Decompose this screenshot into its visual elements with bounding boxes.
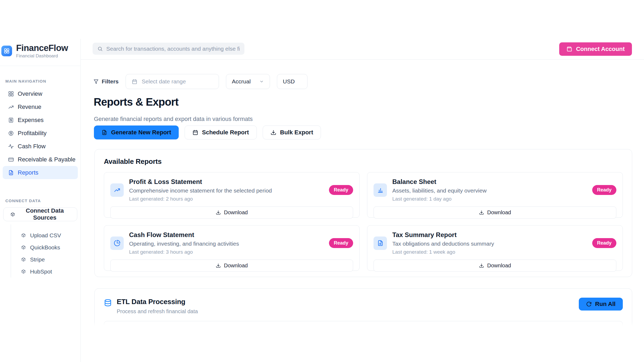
download-button[interactable]: Download	[374, 206, 616, 219]
etl-title: ETL Data Processing	[117, 298, 198, 306]
run-all-label: Run All	[595, 301, 616, 308]
report-description: Operating, investing, and financing acti…	[129, 241, 324, 247]
global-search[interactable]	[93, 43, 244, 55]
report-card-profit-loss: Profit & Loss Statement Comprehensive in…	[104, 172, 360, 218]
credit-card-icon	[8, 157, 14, 162]
report-card-tax-summary: Tax Summary Report Tax obligations and d…	[367, 225, 623, 271]
available-reports-title: Available Reports	[95, 149, 632, 172]
sidebar-item-label: Revenue	[18, 104, 41, 110]
sidebar-item-revenue[interactable]: Revenue	[3, 100, 78, 113]
bar-chart-icon	[377, 187, 384, 193]
download-button[interactable]: Download	[374, 260, 616, 272]
filters-row: Filters Select date range Accrual USD	[93, 74, 308, 89]
connect-account-label: Connect Account	[576, 46, 625, 53]
package-icon	[10, 212, 15, 217]
download-icon	[479, 263, 484, 268]
report-actions: Generate New Report Schedule Report Bulk…	[94, 125, 321, 139]
etl-header: ETL Data Processing Process and refresh …	[104, 298, 623, 315]
sidebar-item-label: Cash Flow	[18, 143, 46, 150]
status-badge: Ready	[329, 185, 353, 195]
funnel-icon	[93, 79, 99, 84]
refresh-icon	[586, 301, 592, 307]
pie-chart-icon	[114, 240, 120, 246]
sidebar-item-reports[interactable]: Reports	[3, 166, 78, 179]
source-item-hubspot[interactable]: HubSpot	[11, 265, 80, 278]
sidebar-item-profitability[interactable]: Profitability	[3, 127, 78, 140]
sidebar-item-expenses[interactable]: Expenses	[3, 113, 78, 127]
run-all-button[interactable]: Run All	[579, 298, 623, 311]
trending-up-icon	[8, 104, 14, 110]
source-item-label: QuickBooks	[30, 244, 60, 251]
sidebar-item-label: Receivable & Payable	[18, 156, 75, 163]
download-icon	[270, 130, 276, 135]
top-header: Connect Account	[81, 39, 644, 60]
page-subtitle: Generate financial reports and export da…	[94, 116, 253, 123]
report-card-top: Profit & Loss Statement Comprehensive in…	[110, 178, 353, 202]
download-label: Download	[487, 209, 511, 216]
source-item-upload-csv[interactable]: Upload CSV	[11, 229, 80, 241]
source-item-stripe[interactable]: Stripe	[11, 253, 80, 265]
download-button[interactable]: Download	[110, 206, 353, 219]
brand-name: FinanceFlow	[16, 43, 68, 52]
report-last-generated: Last generated: 1 week ago	[392, 249, 587, 255]
download-label: Download	[224, 263, 248, 269]
currency-value: USD	[283, 78, 295, 85]
connect-account-button[interactable]: Connect Account	[559, 42, 632, 56]
database-icon	[104, 299, 112, 307]
search-input[interactable]	[106, 46, 240, 52]
report-info: Balance Sheet Assets, liabilities, and e…	[392, 178, 587, 202]
generate-new-report-button[interactable]: Generate New Report	[94, 125, 179, 139]
calendar-icon	[192, 130, 198, 135]
filters-label[interactable]: Filters	[93, 78, 119, 85]
filters-text: Filters	[102, 78, 119, 85]
report-description: Tax obligations and deductions summary	[392, 241, 587, 247]
report-info: Tax Summary Report Tax obligations and d…	[392, 231, 587, 255]
currency-select[interactable]: USD	[277, 74, 308, 89]
sidebar-item-receivable-payable[interactable]: Receivable & Payable	[3, 153, 78, 166]
file-text-icon	[8, 170, 14, 176]
schedule-report-button[interactable]: Schedule Report	[185, 125, 257, 139]
download-icon	[216, 210, 221, 215]
report-card-top: Cash Flow Statement Operating, investing…	[110, 231, 353, 255]
download-button[interactable]: Download	[110, 260, 353, 272]
trending-up-icon	[114, 187, 120, 193]
reports-grid: Profit & Loss Statement Comprehensive in…	[95, 172, 632, 271]
report-title: Balance Sheet	[392, 178, 587, 186]
brand-text: FinanceFlow Financial Dashboard	[16, 43, 68, 59]
bulk-export-button[interactable]: Bulk Export	[263, 125, 321, 139]
brand-tagline: Financial Dashboard	[16, 53, 68, 59]
accounting-method-value: Accrual	[232, 78, 251, 85]
status-badge: Ready	[592, 185, 616, 195]
sidebar-item-label: Expenses	[18, 117, 44, 124]
connect-data-sources-button[interactable]: Connect Data Sources	[3, 207, 77, 221]
download-icon	[479, 210, 484, 215]
report-icon-chip	[110, 183, 124, 197]
sidebar-item-cash-flow[interactable]: Cash Flow	[3, 140, 78, 153]
available-reports-panel: Available Reports Profit & Loss Statemen…	[94, 149, 632, 277]
report-icon-chip	[374, 183, 387, 197]
report-info: Cash Flow Statement Operating, investing…	[129, 231, 324, 255]
source-item-label: Stripe	[30, 256, 45, 263]
accounting-method-select[interactable]: Accrual	[226, 74, 270, 89]
main-navigation-heading: MAIN NAVIGATION	[0, 79, 80, 83]
page-title: Reports & Export	[94, 96, 178, 108]
source-item-quickbooks[interactable]: QuickBooks	[11, 241, 80, 253]
date-range-placeholder: Select date range	[142, 78, 186, 85]
dashboard-grid-icon	[4, 48, 10, 54]
report-last-generated: Last generated: 2 hours ago	[129, 196, 324, 202]
main-navigation: Overview Revenue Expenses Profitability …	[0, 87, 80, 179]
date-range-input[interactable]: Select date range	[126, 74, 219, 89]
app-logo	[1, 46, 12, 56]
source-item-label: Upload CSV	[30, 232, 61, 239]
grid-icon	[8, 91, 14, 97]
sidebar-item-overview[interactable]: Overview	[3, 87, 78, 100]
report-icon-chip	[110, 237, 124, 250]
dollar-circle-icon	[8, 130, 14, 136]
download-label: Download	[224, 209, 248, 216]
report-title: Profit & Loss Statement	[129, 178, 324, 186]
package-icon	[21, 233, 26, 238]
report-title: Tax Summary Report	[392, 231, 587, 239]
report-title: Cash Flow Statement	[129, 231, 324, 239]
receipt-dollar-icon	[8, 117, 14, 123]
search-icon	[97, 46, 103, 51]
